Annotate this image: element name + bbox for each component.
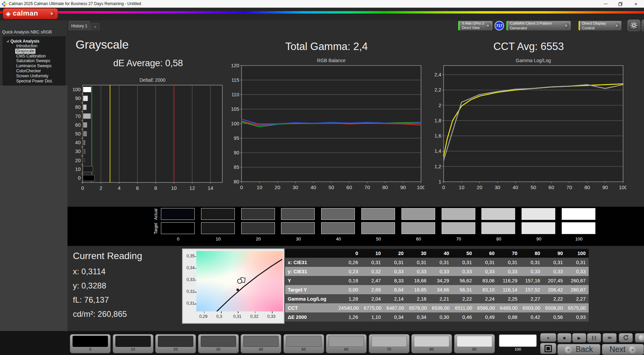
cie-x-label: 0,3	[216, 314, 222, 319]
table-row-label: y: CIE31	[285, 269, 338, 274]
tree-root-row[interactable]: Quick Analysis	[3, 39, 65, 44]
pattern-button-20[interactable]: 20	[155, 334, 196, 353]
pattern-swatch-20	[158, 336, 193, 347]
loop-measure-button[interactable]	[619, 333, 633, 343]
table-cell: 2,27	[521, 296, 543, 302]
next-arrow-icon: »	[629, 346, 636, 353]
table-cell: 18,68	[407, 278, 429, 283]
table-cell: 24540,00	[338, 305, 362, 311]
target-swatch-70	[442, 222, 475, 234]
record-button[interactable]	[635, 333, 644, 343]
pattern-generator-dropdown[interactable]: CalMAN Client 3 Pattern Generator ▼	[506, 21, 571, 31]
page-title: Grayscale	[76, 38, 129, 51]
table-cell: 34,29	[429, 278, 452, 283]
sidebar-item-colorchecker[interactable]: ColorChecker	[15, 69, 42, 74]
pattern-button-70[interactable]: 70	[369, 334, 410, 353]
reading-cdm2: cd/m²: 260,865	[73, 309, 127, 319]
close-icon[interactable]: ×	[630, 0, 642, 8]
table-cell: 2,47	[361, 278, 384, 283]
table-cell: 2,21	[429, 296, 452, 302]
pattern-label-20: 20	[156, 347, 196, 351]
pattern-label-50: 50	[284, 347, 324, 351]
actual-swatch-80	[481, 208, 515, 220]
table-row-label: Target Y	[285, 287, 338, 293]
sidebar-item-luminance-sweeps[interactable]: Luminance Sweeps	[15, 64, 53, 69]
stop-button[interactable]: ■	[557, 333, 571, 343]
back-button[interactable]: « Back	[557, 344, 600, 355]
add-tab-button[interactable]: +	[91, 23, 100, 30]
svg-text:80: 80	[234, 179, 239, 184]
meter-dropdown[interactable]: X-Rite i1Pro 3 Direct View ▼	[458, 21, 493, 31]
swatch-level-label: 0	[161, 236, 195, 242]
table-cell: 56,31	[452, 287, 475, 293]
target-swatch-40	[321, 222, 355, 234]
pattern-label-30: 30	[198, 347, 239, 351]
table-row-gamma-log-log: Gamma Log/Log1,282,042,142,182,212,222,2…	[285, 294, 589, 303]
cie-y-label: 0,35	[183, 254, 195, 258]
table-cell: 0,31	[384, 260, 407, 265]
pattern-button-80[interactable]: 80	[411, 334, 452, 353]
table-cell: 2,22	[452, 296, 475, 302]
svg-text:10: 10	[459, 184, 465, 190]
pattern-button-100[interactable]: 100	[497, 333, 539, 354]
svg-text:20: 20	[275, 184, 280, 190]
table-col-header: 10	[361, 251, 384, 256]
cie-overlay-svg	[196, 251, 283, 311]
cie-x-tick	[221, 311, 222, 313]
pattern-button-50[interactable]: 50	[283, 334, 324, 353]
table-cell: 6503,00	[521, 305, 543, 311]
sidebar-item-grayscale[interactable]: Grayscale	[15, 49, 35, 54]
svg-text:40: 40	[310, 184, 316, 190]
table-cell: 0,31	[566, 260, 589, 265]
next-button[interactable]: Next »	[602, 344, 644, 355]
cie-x-tick	[272, 311, 273, 313]
target-swatch-80	[481, 222, 515, 234]
minimize-icon[interactable]	[600, 0, 611, 8]
tree-expander-icon[interactable]	[6, 40, 9, 42]
pattern-button-30[interactable]: 30	[198, 334, 239, 353]
table-cell: 56,62	[452, 278, 475, 283]
restore-icon[interactable]	[615, 0, 626, 8]
sidebar-item-saturation-sweeps[interactable]: Saturation Sweeps	[15, 58, 51, 64]
meter-count-badge[interactable]: 717	[495, 21, 504, 30]
single-measure-button[interactable]: [-]	[587, 333, 601, 343]
tab-history-1[interactable]: History 1	[68, 21, 90, 30]
record-icon	[639, 335, 644, 341]
table-cell: 83,06	[475, 278, 498, 283]
sidebar-item-introduction[interactable]: Introduction	[15, 44, 38, 49]
settings-button[interactable]	[627, 20, 640, 31]
pattern-button-90[interactable]: 90	[454, 334, 495, 353]
table-cell: 0,31	[498, 260, 520, 265]
calman-menu-button[interactable]: ◈ calman ▼	[3, 8, 58, 19]
pattern-button-10[interactable]: 10	[113, 334, 153, 353]
table-row-target-y: Target Y0,002,698,6418,8534,6656,3183,10…	[285, 285, 589, 294]
table-cell: 0,31	[521, 260, 543, 265]
pattern-button-40[interactable]: 40	[241, 334, 281, 353]
table-cell: 1,26	[338, 314, 361, 320]
pattern-button-0[interactable]: 0	[70, 334, 111, 353]
table-row-e-2000: ΔE 20001,261,100,340,340,300,460,490,880…	[285, 312, 589, 322]
table-cell: 206,42	[543, 287, 566, 293]
sidebar-item-cms-calibration[interactable]: CMS Calibration	[15, 54, 47, 59]
svg-text:40: 40	[512, 184, 518, 190]
svg-text:110: 110	[231, 92, 239, 97]
display-control-dropdown[interactable]: Direct Display Control ▼	[578, 21, 622, 31]
previous-point-marker	[236, 288, 239, 291]
reading-y: y: 0,3288	[73, 281, 106, 290]
table-cell: 0,33	[475, 269, 498, 274]
continuous-measure-button[interactable]: ∞	[603, 333, 617, 343]
target-swatch-60	[401, 222, 435, 234]
table-cell: 0,56	[543, 314, 566, 320]
more-controls-button[interactable]	[642, 20, 644, 31]
table-cell: 0,31	[475, 260, 498, 265]
actual-swatch-30	[281, 208, 315, 220]
pattern-window-toggle-button[interactable]	[540, 343, 556, 354]
sidebar-tree-items: IntroductionGrayscaleCMS CalibrationSatu…	[3, 44, 65, 83]
play-button[interactable]: ▶	[572, 333, 586, 343]
sidebar-item-spectral-power-dist[interactable]: Spectral Power Dist.	[15, 79, 54, 84]
pattern-button-60[interactable]: 60	[326, 334, 367, 353]
pattern-window-up-button[interactable]: ▲	[540, 333, 556, 342]
target-swatch-90	[522, 222, 555, 234]
sidebar-item-screen-uniformity[interactable]: Screen Uniformity	[15, 74, 49, 79]
reading-x: x: 0,3114	[73, 267, 106, 276]
